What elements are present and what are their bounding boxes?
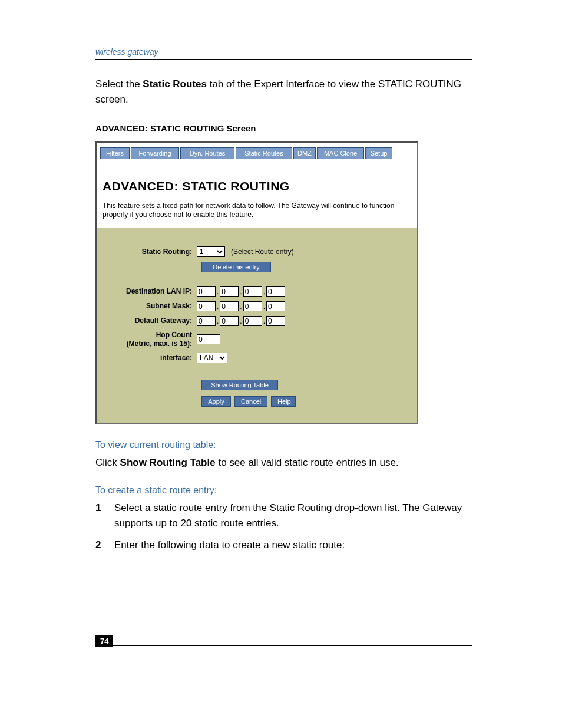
label-default-gateway: Default Gateway: bbox=[108, 317, 197, 325]
gateway-octet-3[interactable] bbox=[243, 316, 262, 326]
label-hop-count: Hop Count (Metric, max. is 15): bbox=[108, 331, 197, 348]
subnet-octet-1[interactable] bbox=[197, 301, 216, 311]
create-route-steps: Select a static route entry from the Sta… bbox=[95, 500, 472, 553]
delete-entry-button[interactable]: Delete this entry bbox=[201, 262, 271, 272]
tab-dyn-routes[interactable]: Dyn. Routes bbox=[180, 147, 234, 159]
gateway-octet-4[interactable] bbox=[266, 316, 285, 326]
config-panel: Static Routing: 1 — (Select Route entry)… bbox=[97, 228, 417, 423]
help-button[interactable]: Help bbox=[271, 396, 296, 407]
subnet-octet-2[interactable] bbox=[220, 301, 239, 311]
heading-view-routing-table: To view current routing table: bbox=[95, 440, 472, 450]
gateway-octet-1[interactable] bbox=[197, 316, 216, 326]
tab-dmz[interactable]: DMZ bbox=[293, 147, 316, 159]
label-subnet-mask: Subnet Mask: bbox=[108, 302, 197, 310]
paragraph-view-routing-table: Click Show Routing Table to see all vali… bbox=[95, 455, 472, 470]
step-2: Enter the following data to create a new… bbox=[95, 538, 472, 553]
figure-caption: ADVANCED: STATIC ROUTING Screen bbox=[95, 123, 472, 133]
dest-ip-octet-4[interactable] bbox=[266, 286, 285, 297]
subnet-octet-3[interactable] bbox=[243, 301, 262, 311]
hop-count-input[interactable] bbox=[197, 334, 220, 344]
screenshot-title: ADVANCED: STATIC ROUTING bbox=[103, 179, 411, 193]
tab-setup[interactable]: Setup bbox=[365, 147, 392, 159]
cancel-button[interactable]: Cancel bbox=[234, 396, 267, 407]
page-number: 74 bbox=[95, 635, 113, 647]
interface-select[interactable]: LAN bbox=[197, 353, 227, 363]
subnet-octet-4[interactable] bbox=[266, 301, 285, 311]
tab-filters[interactable]: Filters bbox=[100, 147, 130, 159]
footer-rule bbox=[95, 645, 472, 646]
label-destination-lan-ip: Destination LAN IP: bbox=[108, 287, 197, 295]
tab-static-routes[interactable]: Static Routes bbox=[236, 147, 292, 159]
step-1: Select a static route entry from the Sta… bbox=[95, 500, 472, 531]
dest-ip-octet-2[interactable] bbox=[220, 286, 239, 297]
show-routing-table-button[interactable]: Show Routing Table bbox=[201, 380, 278, 390]
label-static-routing: Static Routing: bbox=[108, 248, 197, 256]
page-content: wireless gateway Select the Static Route… bbox=[95, 47, 472, 560]
static-routing-screenshot: Filters Forwarding Dyn. Routes Static Ro… bbox=[95, 141, 418, 424]
tab-mac-clone[interactable]: MAC Clone bbox=[317, 147, 364, 159]
screenshot-description: This feature sets a fixed path for netwo… bbox=[103, 202, 411, 219]
label-interface: interface: bbox=[108, 354, 197, 362]
page-footer: 74 bbox=[95, 645, 472, 646]
route-entry-select[interactable]: 1 — bbox=[197, 246, 225, 257]
route-entry-hint: (Select Route entry) bbox=[231, 248, 294, 256]
dest-ip-octet-3[interactable] bbox=[243, 286, 262, 297]
tab-bar: Filters Forwarding Dyn. Routes Static Ro… bbox=[97, 143, 417, 162]
running-header: wireless gateway bbox=[95, 47, 472, 60]
heading-create-static-route: To create a static route entry: bbox=[95, 485, 472, 496]
gateway-octet-2[interactable] bbox=[220, 316, 239, 326]
tab-forwarding[interactable]: Forwarding bbox=[131, 147, 179, 159]
dest-ip-octet-1[interactable] bbox=[197, 286, 216, 297]
apply-button[interactable]: Apply bbox=[201, 396, 231, 407]
intro-paragraph: Select the Static Routes tab of the Expe… bbox=[95, 77, 472, 107]
